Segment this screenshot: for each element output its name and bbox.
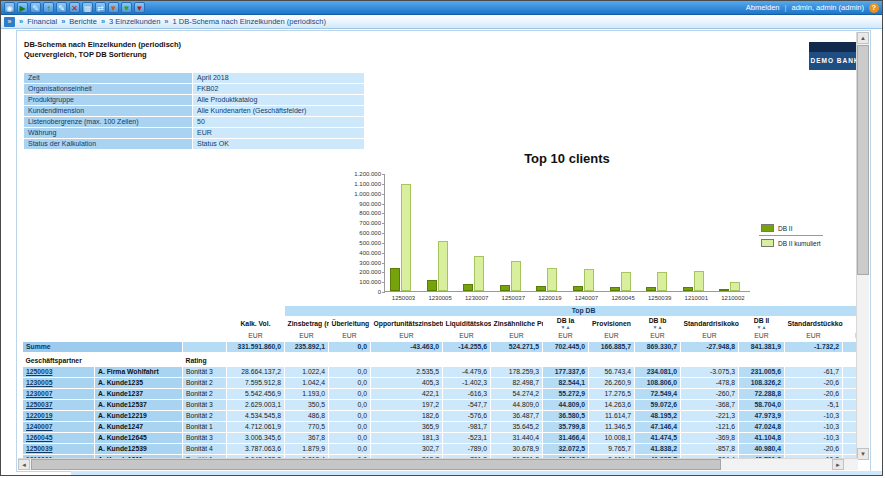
table-row: 1220019A. Kunde12219Bonität 24.534.545,8… [23, 410, 863, 421]
chart-bar-dbii [536, 286, 546, 291]
horizontal-scrollbar[interactable]: ◄ ► [18, 458, 858, 470]
logout-link[interactable]: Abmelden [746, 3, 780, 12]
sort-icon[interactable]: ▼▲ [546, 325, 586, 330]
column-header: Provisionen [589, 316, 635, 331]
breadcrumb-item[interactable]: 1 DB-Schema nach Einzelkunden (periodisc… [173, 17, 326, 26]
y-axis-label: 1.000.000 [341, 191, 385, 197]
value-cell: -121,6 [681, 421, 739, 432]
scroll-right-button[interactable]: ► [832, 459, 844, 470]
table-row: 1230005A. Kunde1235Bonität 27.595.912,81… [23, 377, 863, 388]
value-cell: 0,0 [329, 366, 371, 377]
partner-name-cell: A. Firma Wohlfahrt [95, 366, 183, 377]
partner-id-link[interactable]: 1240007 [26, 423, 52, 430]
parameter-table: ZeitApril 2018OrganisationseinheitFKB02P… [24, 73, 364, 150]
column-header: Liquiditätskosten [443, 316, 491, 331]
export-pdf-icon[interactable]: ▼ [108, 2, 119, 13]
vertical-scroll-thumb[interactable] [857, 45, 869, 275]
partner-id-link[interactable]: 1230007 [26, 390, 52, 397]
partner-name-cell: A. Kunde1247 [95, 421, 183, 432]
x-axis-label: 1230005 [422, 295, 459, 301]
partner-id-link[interactable]: 1250037 [26, 401, 52, 408]
sort-icon[interactable]: ▼▲ [638, 325, 678, 330]
value-cell: 4.534.545,8 [227, 410, 285, 421]
db-value-cell: 108.326,2 [739, 377, 785, 388]
vertical-scrollbar[interactable]: ▲ ▼ [856, 32, 869, 460]
bank-logo: DEMO BANK [809, 42, 861, 70]
db-value-cell: 48.195,2 [635, 410, 681, 421]
value-cell: 14.263,6 [589, 399, 635, 410]
value-cell: 82.498,7 [491, 377, 543, 388]
db-value-cell: 41.474,5 [635, 432, 681, 443]
chart-bar-dbii-kumuliert [401, 184, 411, 291]
horizontal-scroll-thumb[interactable] [31, 459, 721, 470]
export-excel-icon[interactable]: ▼ [121, 2, 132, 13]
delete-icon[interactable]: ✕ [69, 2, 80, 13]
partner-id-link[interactable]: 1250003 [26, 368, 52, 375]
y-axis-tick [382, 292, 385, 293]
edit-icon[interactable]: ✎ [56, 2, 67, 13]
scroll-left-button[interactable]: ◄ [18, 459, 30, 470]
result-table-viewport: Top DBKalk. Vol.Zinsbetrag (nominal)Über… [22, 306, 862, 459]
partner-id-cell: 1230007 [23, 388, 95, 399]
result-table: Top DBKalk. Vol.Zinsbetrag (nominal)Über… [22, 306, 862, 459]
sum-row-value: 166.885,7 [589, 342, 635, 353]
sum-row-value: 0,0 [329, 342, 371, 353]
x-axis-label: 1250037 [495, 295, 532, 301]
scroll-up-button[interactable]: ▲ [857, 32, 869, 44]
expand-sidebar-button[interactable]: » [4, 17, 15, 27]
bank-logo-band [809, 42, 861, 52]
chart-bar-dbii [500, 285, 510, 291]
unit-cell: EUR [443, 331, 491, 342]
db-value-cell: 47.146,4 [635, 421, 681, 432]
db-value-cell: 41.838,2 [635, 443, 681, 454]
chart-bar-dbii [610, 287, 620, 291]
chart-title: Top 10 clients [384, 151, 750, 166]
parameter-label: Produktgruppe [24, 95, 192, 105]
chart-bar-dbii-kumuliert [474, 256, 484, 291]
x-axis-label: 1240007 [568, 295, 605, 301]
value-cell: -616,3 [443, 388, 491, 399]
db-value-cell: 32.072,5 [543, 443, 589, 454]
value-cell: -857,8 [681, 443, 739, 454]
breadcrumb: »Financial»Berichte»3 Einzelkunden»1 DB-… [19, 17, 326, 26]
rating-cell: Bonität 3 [183, 432, 227, 443]
parameter-value: April 2018 [193, 73, 364, 83]
chart-bar-dbii [719, 289, 729, 291]
value-cell: 31.440,4 [491, 432, 543, 443]
sort-icon[interactable]: ▼▲ [742, 325, 782, 330]
partner-id-link[interactable]: 1230005 [26, 379, 52, 386]
export-xml-icon[interactable]: ▼ [134, 2, 145, 13]
partner-id-link[interactable]: 1260045 [26, 434, 52, 441]
partner-id-link[interactable]: 1250039 [26, 445, 52, 452]
column-header-label: Provisionen [592, 320, 631, 327]
scroll-down-button[interactable]: ▼ [857, 448, 869, 460]
edit-params-icon[interactable]: ✎ [30, 2, 41, 13]
value-cell: 486,8 [285, 410, 329, 421]
header-blank [23, 316, 227, 331]
breadcrumb-item[interactable]: 3 Einzelkunden [109, 17, 160, 26]
unit-blank [23, 331, 227, 342]
y-axis-label: 900.000 [341, 201, 385, 207]
y-axis-tick [382, 213, 385, 214]
help-icon[interactable]: ? [869, 3, 879, 13]
partner-id-cell: 1260045 [23, 432, 95, 443]
run-report-icon[interactable]: ▶ [17, 2, 28, 13]
breadcrumb-item[interactable]: Financial [27, 17, 57, 26]
column-header: DB Ia▼▲ [543, 316, 589, 331]
breadcrumb-item[interactable]: Berichte [69, 17, 97, 26]
y-axis-tick [382, 223, 385, 224]
partner-id-link[interactable]: 1220019 [26, 412, 52, 419]
column-header-label: Liquiditätskosten [446, 320, 491, 327]
copy-icon[interactable]: ⇄ [95, 2, 106, 13]
breadcrumb-separator: » [19, 17, 23, 26]
import-icon[interactable]: ↑ [43, 2, 54, 13]
x-axis-label: 1210002 [714, 295, 751, 301]
report-icon[interactable]: ◉ [4, 2, 15, 13]
column-header: DB II▼▲ [739, 316, 785, 331]
x-axis-label: 1260045 [605, 295, 642, 301]
value-cell: 0,0 [329, 410, 371, 421]
parameter-row: Status der KalkulationStatus OK [24, 139, 364, 149]
value-cell: 10.008,1 [589, 432, 635, 443]
table-icon[interactable]: ▦ [82, 2, 93, 13]
column-header: Zinsbetrag (nominal) [285, 316, 329, 331]
